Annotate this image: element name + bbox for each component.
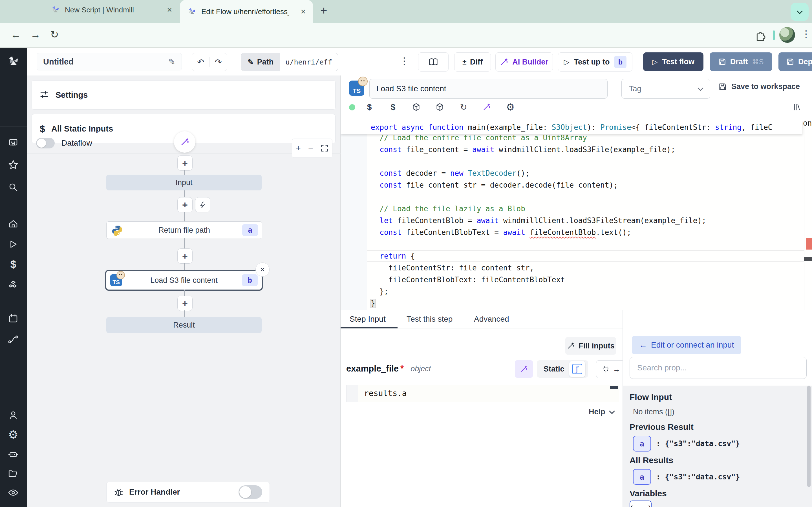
more-options-kebab-icon[interactable]: ⋮ [400,55,409,66]
save-to-workspace-button[interactable]: Save to workspace [718,82,800,91]
connect-input-button[interactable]: → [596,360,626,378]
step-name-value: Load S3 file content [376,84,446,93]
editor-settings-gear-icon[interactable]: ⚙ [504,101,516,113]
apps-icon[interactable] [7,136,20,149]
variables-dollar-icon[interactable]: $ [387,101,399,113]
flow-node-result[interactable]: Result [106,317,262,333]
all-results-row[interactable]: a : {"s3":"data.csv"} [633,469,740,485]
draft-button[interactable]: Draft ⌘S [710,52,772,71]
javascript-expr-mode-button[interactable]: ƒ [569,361,585,377]
flow-node-a[interactable]: Return file path a [106,221,262,239]
flow-node-b-selected[interactable]: TS Load S3 file content b × [105,270,263,291]
windmill-app-logo[interactable] [7,55,20,68]
code-editor[interactable]: // Load the entire file_content as a Uin… [341,121,812,310]
static-mode-label[interactable]: Static [544,365,564,374]
test-flow-button[interactable]: ▷ Test flow [643,52,703,71]
tab-close-icon[interactable]: × [301,7,306,16]
schedules-calendar-icon[interactable] [7,312,20,325]
reload-icon[interactable]: ↻ [457,101,470,113]
tab-test-this-step[interactable]: Test this step [407,315,453,324]
variables-chip[interactable]: {...} [629,501,652,507]
package-icon[interactable] [434,101,446,113]
tab-step-input[interactable]: Step Input [350,315,386,324]
reload-icon[interactable]: ↻ [50,29,59,41]
forward-icon[interactable]: → [31,29,41,41]
browser-tab-active[interactable]: Edit Flow u/henri/effortless_fl × [180,0,313,23]
workers-robot-icon[interactable] [7,448,20,461]
variables-dollar-icon[interactable]: $ [7,258,20,271]
path-value[interactable]: u/henri/eff [280,53,338,71]
help-toggle[interactable]: Help [589,407,614,416]
panel-scrollbar[interactable] [807,386,811,487]
path-group[interactable]: ✎Path u/henri/eff [241,53,338,71]
search-icon[interactable] [7,181,20,194]
ai-builder-button[interactable]: AI Builder [495,52,553,71]
expression-input[interactable]: results.a [346,385,619,402]
add-step-button[interactable]: + [177,248,193,264]
extensions-puzzle-icon[interactable] [755,29,766,41]
browser-updates-chevron-button[interactable] [791,3,809,21]
browser-profile-avatar[interactable] [779,27,795,43]
variables-heading: Variables [629,489,667,498]
browser-menu-kebab-icon[interactable]: ⋮ [801,28,811,40]
flow-node-input[interactable]: Input [106,175,262,190]
add-step-button[interactable]: + [177,296,193,311]
result-chip-a[interactable]: a [633,469,651,485]
settings-gear-icon[interactable]: ⚙ [7,428,20,441]
scrollbar-thumb[interactable] [804,257,812,261]
screen: New Script | Windmill × Edit Flow u/henr… [0,0,812,507]
path-label: Path [257,58,274,66]
user-icon[interactable] [7,409,20,422]
library-icon[interactable] [791,101,803,113]
flow-settings-button[interactable]: Settings [32,80,336,110]
error-handler-toggle[interactable] [239,485,262,499]
folders-icon[interactable] [7,467,20,480]
deploy-button[interactable]: Deploy [778,52,812,71]
previous-result-row[interactable]: a : {"s3":"data.csv"} [633,436,740,452]
new-tab-button[interactable]: + [320,4,327,17]
add-step-button[interactable]: + [177,197,193,212]
home-icon[interactable] [7,217,20,230]
zoom-out-button[interactable]: − [308,144,313,153]
back-icon[interactable]: ← [11,29,21,41]
routes-icon[interactable] [7,333,20,346]
add-step-button[interactable]: + [177,156,193,171]
fill-inputs-button[interactable]: Fill inputs [565,337,616,355]
redo-icon[interactable]: ↷ [210,57,227,67]
flow-title-field[interactable]: Untitled ✎ [37,53,182,70]
audit-eye-icon[interactable] [7,486,20,499]
code-segment: file_content = [402,145,472,154]
code-segment: S3Object [552,123,587,131]
undo-icon[interactable]: ↶ [192,57,210,67]
edit-pencil-icon[interactable]: ✎ [168,57,175,67]
edit-or-connect-button[interactable]: ← Edit or connect an input [632,336,741,354]
code-segment: const [379,145,402,154]
tab-close-icon[interactable]: × [167,5,172,15]
test-up-to-button[interactable]: ▷ Test up to b [558,52,632,71]
tab-advanced[interactable]: Advanced [474,315,509,324]
diff-button[interactable]: ± Diff [454,52,491,71]
fullscreen-icon[interactable] [320,144,328,152]
docs-book-button[interactable] [418,52,449,71]
runs-play-icon[interactable] [7,238,20,251]
node-label: Load S3 file content [150,276,218,285]
code-segment: await [477,216,499,225]
connect-panel: ← Edit or connect an input Flow Input No… [622,310,812,507]
search-prop-input[interactable] [629,357,807,379]
ai-wand-icon[interactable] [480,101,493,113]
assets-dollar-icon[interactable]: $ [363,101,375,113]
remove-step-button[interactable]: × [255,263,269,277]
dataflow-toggle[interactable] [36,138,55,149]
code-segment: fileContentBlob [530,228,596,237]
step-name-input[interactable]: Load S3 file content [369,79,608,99]
resources-cubes-icon[interactable] [7,279,20,292]
add-trigger-button[interactable] [195,197,210,212]
ai-fill-wand-button[interactable] [515,360,533,378]
ai-flow-wand-button[interactable] [174,131,195,153]
favorites-star-icon[interactable] [7,158,20,171]
package-icon[interactable] [410,101,422,113]
browser-tab-inactive[interactable]: New Script | Windmill × [51,5,172,15]
zoom-in-button[interactable]: + [296,144,301,153]
tag-select[interactable]: Tag [621,79,710,99]
result-chip-a[interactable]: a [633,436,651,452]
